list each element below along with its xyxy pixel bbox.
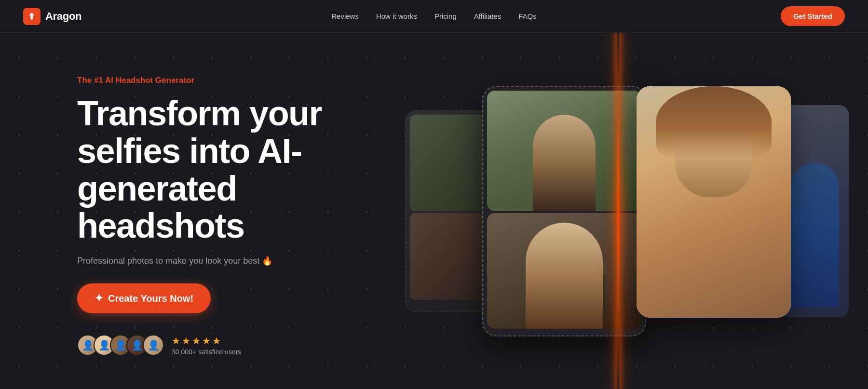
nav-link-affiliates[interactable]: Affiliates xyxy=(474,12,501,20)
hero-description: Professional photos to make you look you… xyxy=(77,255,357,266)
nav-link-how-it-works[interactable]: How it works xyxy=(376,12,417,20)
hero-section: The #1 AI Headshot Generator Transform y… xyxy=(0,33,868,389)
hero-subtitle: The #1 AI Headshot Generator xyxy=(77,76,357,85)
star-3: ★ xyxy=(192,335,201,347)
phone-right-partial xyxy=(781,105,849,317)
phone-right-ai-result xyxy=(637,86,791,317)
nav-links: Reviews How it works Pricing Affiliates … xyxy=(331,12,537,20)
hero-content: The #1 AI Headshot Generator Transform y… xyxy=(77,66,357,356)
logo[interactable]: Aragon xyxy=(23,8,81,25)
social-proof: 👤 👤 👤 👤 👤 ★ ★ ★ xyxy=(77,335,357,356)
avatar: 👤 xyxy=(143,335,164,356)
star-5: ★ xyxy=(212,335,221,347)
sparkle-icon: ✦ xyxy=(95,292,103,305)
stars-row: ★ ★ ★ ★ ★ xyxy=(172,335,241,347)
star-4: ★ xyxy=(202,335,211,347)
ai-headshot-image xyxy=(637,86,791,317)
phones-container xyxy=(386,33,868,389)
rating-text: 30,000+ satisfied users xyxy=(172,348,241,356)
nav-link-faqs[interactable]: FAQs xyxy=(518,12,537,20)
nav-link-pricing[interactable]: Pricing xyxy=(434,12,457,20)
selfie-photo-top xyxy=(410,115,485,211)
navbar: Aragon Reviews How it works Pricing Affi… xyxy=(0,0,868,33)
nav-link-reviews[interactable]: Reviews xyxy=(331,12,359,20)
selfie-photo-bottom xyxy=(410,213,485,300)
create-yours-label: Create Yours Now! xyxy=(108,293,193,304)
hero-visual xyxy=(386,33,868,389)
create-yours-button[interactable]: ✦ Create Yours Now! xyxy=(77,283,211,313)
phone-left-partial xyxy=(405,110,489,312)
partial-person xyxy=(781,105,849,317)
avatar-group: 👤 👤 👤 👤 👤 xyxy=(77,335,164,356)
star-2: ★ xyxy=(182,335,190,347)
stars-rating: ★ ★ ★ ★ ★ 30,000+ satisfied users xyxy=(172,335,241,356)
get-started-button[interactable]: Get Started xyxy=(781,6,845,26)
laser-line xyxy=(617,33,619,389)
logo-icon xyxy=(23,8,41,25)
star-1: ★ xyxy=(172,335,180,347)
logo-text: Aragon xyxy=(45,10,81,23)
hero-title: Transform your selfies into AI-generated… xyxy=(77,95,357,245)
